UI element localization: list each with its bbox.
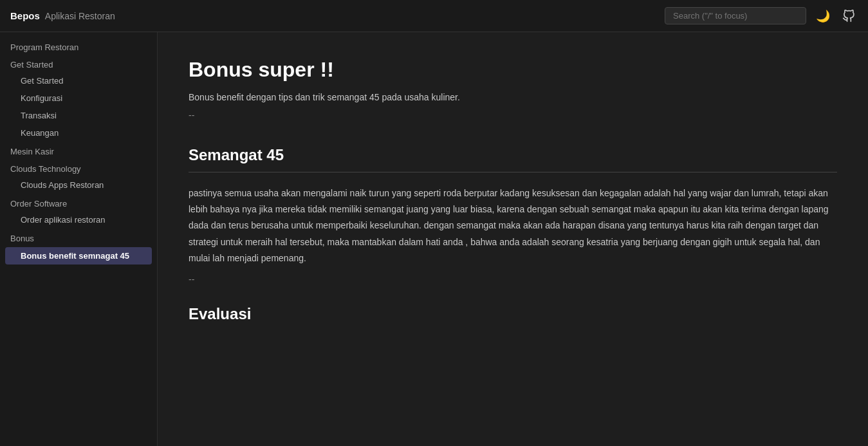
section-semangat: Semangat 45 pastinya semua usaha akan me… — [189, 146, 837, 284]
section2-divider: -- — [189, 274, 837, 284]
github-link[interactable] — [840, 7, 858, 25]
search-input[interactable] — [665, 7, 806, 24]
section2-body: pastinya semua usaha akan mengalami naik… — [189, 185, 837, 266]
sidebar-item-transaksi[interactable]: Transaksi — [0, 107, 157, 124]
sidebar-item-get-started[interactable]: Get Started — [0, 72, 157, 89]
sidebar-item-clouds-apps-restoran[interactable]: Clouds Apps Restoran — [0, 176, 157, 194]
app-name-label: Aplikasi Restoran — [45, 11, 115, 21]
sidebar-scroll: Program Restoran Get Started Get Started… — [0, 32, 157, 446]
sidebar-section-get-started[interactable]: Get Started — [0, 55, 157, 72]
sidebar-item-bonus-benefit[interactable]: Bonus benefit semnagat 45 — [5, 247, 152, 265]
sidebar-section-mesin-kasir[interactable]: Mesin Kasir — [0, 142, 157, 159]
section2-separator — [189, 172, 837, 172]
header: Bepos Aplikasi Restoran 🌙 — [0, 0, 868, 32]
moon-icon: 🌙 — [816, 9, 830, 23]
section3-title: Evaluasi — [189, 305, 837, 323]
section1-subtitle: Bonus benefit dengan tips dan trik seman… — [189, 92, 837, 102]
layout: Program Restoran Get Started Get Started… — [0, 32, 868, 446]
sidebar-item-keuangan[interactable]: Keuangan — [0, 124, 157, 142]
section1-title: Bonus super !! — [189, 58, 837, 82]
header-right: 🌙 — [665, 7, 858, 25]
section-bonus-super: Bonus super !! Bonus benefit dengan tips… — [189, 58, 837, 120]
sidebar-item-konfigurasi[interactable]: Konfigurasi — [0, 89, 157, 107]
sidebar-item-order-aplikasi-restoran[interactable]: Order aplikasi restoran — [0, 211, 157, 228]
section1-divider: -- — [189, 110, 837, 120]
sidebar-section-bonus[interactable]: Bonus — [0, 228, 157, 246]
sidebar: Program Restoran Get Started Get Started… — [0, 32, 158, 446]
dark-mode-toggle[interactable]: 🌙 — [814, 7, 832, 25]
github-icon — [842, 10, 855, 23]
brand-label: Bepos — [10, 10, 40, 21]
header-left: Bepos Aplikasi Restoran — [10, 10, 115, 21]
sidebar-section-order-software[interactable]: Order Software — [0, 194, 157, 211]
main-content: Bonus super !! Bonus benefit dengan tips… — [158, 32, 868, 446]
section2-title: Semangat 45 — [189, 146, 837, 164]
sidebar-section-clouds-technology[interactable]: Clouds Technology — [0, 159, 157, 176]
section-evaluasi: Evaluasi — [189, 305, 837, 323]
sidebar-section-program-restoran[interactable]: Program Restoran — [0, 37, 157, 55]
